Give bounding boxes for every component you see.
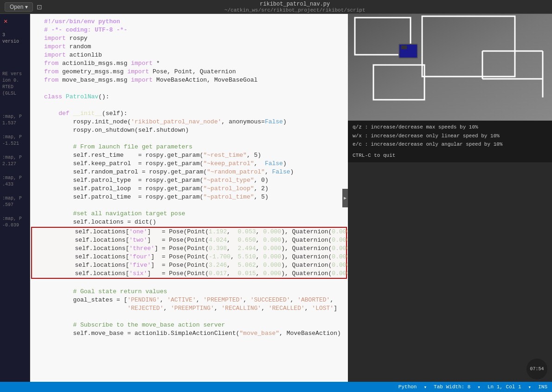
top-bar: Open ▾ ⊡ rikibot_patrol_nav.py ~/catkin_… [0,0,552,14]
code-content: #!/usr/bin/env python # -*- coding: UTF-… [30,14,348,382]
code-line-10: class PatrolNav(): [30,93,348,101]
code-line-19: self.random_patrol = rospy.get_param("~r… [30,168,348,176]
code-line-13: rospy.init_node('rikibot_patrol_nav_node… [30,118,348,126]
code-line-6: from actionlib_msgs.msg import * [30,59,348,68]
code-line-24: #set all navigation target pose [30,210,348,218]
code-line-16: # From launch file get parameters [30,143,348,151]
code-line-38: self.move_base = actionlib.SimpleActionC… [30,329,348,338]
code-line-21: self.patrol_loop = rospy.get_param("~pat… [30,185,348,193]
code-line-33: # Goal state return values [30,288,348,296]
svg-rect-1 [348,14,552,121]
code-line-29: self.locations['four'] = Pose(Point(-1.7… [32,253,346,261]
tab-width-dropdown-icon: ▾ [477,384,481,390]
terminal-line-2: w/x : increase/decrease only linear spee… [353,132,547,141]
terminal-line-3: e/c : increase/decrease only angular spe… [353,140,547,149]
main-layout: ✕ 3versio RE version 0.RTED(GLSL :map, P… [0,14,552,382]
code-editor[interactable]: #!/usr/bin/env python # -*- coding: UTF-… [30,14,348,382]
code-line-18: self.keep_patrol = rospy.get_param("~kee… [30,160,348,168]
code-line-4: import random [30,43,348,51]
terminal-line-4: CTRL-C to quit [353,151,547,160]
right-scroll-arrow[interactable]: ▶ [342,189,348,207]
time-value: 07:54 [530,366,544,372]
ins-mode: INS [538,384,547,390]
title-area: rikibot_patrol_nav.py ~/catkin_ws/src/ri… [42,1,547,13]
code-line-12: def __init__(self): [30,109,348,118]
right-terminal: q/z : increase/decrease max speeds by 10… [348,121,552,162]
code-line-25: self.locations = dict() [30,218,348,226]
code-line-11 [30,101,348,109]
code-line-9 [30,84,348,93]
code-line-30: self.locations['five'] = Pose(Point(3.24… [32,261,346,270]
code-line-7: from geometry_msgs.msg import Pose, Poin… [30,68,348,76]
left-sidebar: ✕ 3versio RE version 0.RTED(GLSL :map, P… [0,14,30,382]
code-line-28: self.locations['three'] = Pose(Point(0.3… [32,244,346,253]
sidebar-item-5: :map, P2.127 [0,153,30,169]
code-line-31: self.locations['six'] = Pose(Point(0.017… [32,270,346,278]
code-line-15 [30,135,348,143]
cursor-position: Ln 1, Col 1 [488,384,521,390]
sidebar-item-7: :map, P.597 [0,194,30,210]
camera-svg [348,14,552,121]
code-line-1: #!/usr/bin/env python [30,18,348,26]
open-button[interactable]: Open ▾ [5,2,33,12]
time-display: 07:54 [526,359,547,379]
camera-feed [348,14,552,121]
code-line-17: self.rest_time = rospy.get_param("~rest_… [30,151,348,160]
code-line-5: import actionlib [30,51,348,59]
sidebar-item-4: :map, P-1.521 [0,133,30,148]
code-line-14: rospy.on_shutdown(self.shutdown) [30,126,348,135]
code-line-22: self.patrol_time = rospy.get_param("~pat… [30,193,348,201]
position-dropdown-icon: ▾ [528,384,532,390]
code-line-35: 'REJECTED', 'PREEMPTING', 'RECALLING', '… [30,304,348,313]
sidebar-item-6: :map, P.433 [0,174,30,189]
terminal-line-1: q/z : increase/decrease max speeds by 10… [353,123,547,132]
sidebar-item-2: RE version 0.RTED(GLSL [0,70,30,98]
code-line-23 [30,201,348,210]
tab-width-indicator[interactable]: Tab Width: 8 [434,384,470,390]
file-path: ~/catkin_ws/src/rikibot_project/rikibot/… [225,7,366,13]
sidebar-item-3: :map, P1.537 [0,112,30,128]
code-line-37: # Subscribe to the move_base action serv… [30,321,348,329]
code-line-27: self.locations['two'] = Pose(Point(4.024… [32,236,346,244]
code-line-2: # -*- coding: UTF-8 -*- [30,26,348,34]
svg-rect-10 [401,45,407,49]
code-line-26: self.locations['one'] = Pose(Point(1.192… [32,228,346,236]
code-line-34: goal_states = ['PENDING', 'ACTIVE', 'PRE… [30,296,348,304]
language-dropdown-icon: ▾ [424,384,427,390]
code-line-32 [30,279,348,288]
dropdown-arrow-icon: ▾ [25,4,28,10]
code-line-36 [30,313,348,321]
camera-view: q/z : increase/decrease max speeds by 10… [348,14,552,382]
sidebar-item-8: :map, P-0.039 [0,214,30,230]
language-indicator[interactable]: Python [398,384,417,390]
file-icon-button[interactable]: ⊡ [37,3,42,11]
close-button[interactable]: ✕ [0,16,30,26]
code-line-3: import rospy [30,34,348,43]
code-line-20: self.patrol_type = rospy.get_param("~pat… [30,176,348,185]
code-line-8: from move_base_msgs.msg import MoveBaseA… [30,76,348,84]
status-bar: Python ▾ Tab Width: 8 ▾ Ln 1, Col 1 ▾ IN… [0,382,552,392]
sidebar-item-1: 3versio [0,31,30,46]
highlighted-locations-block: self.locations['one'] = Pose(Point(1.192… [31,227,347,279]
file-name: rikibot_patrol_nav.py [225,1,366,7]
open-label: Open [10,4,23,10]
